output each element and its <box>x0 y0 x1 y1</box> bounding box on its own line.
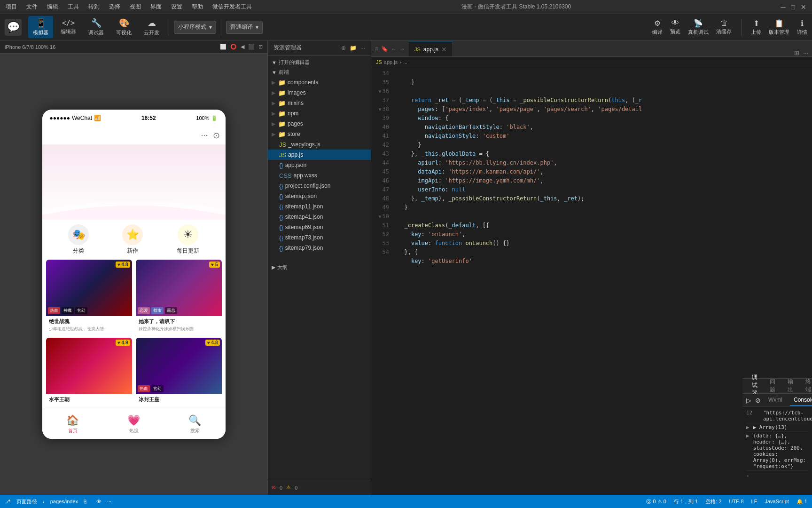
expand-icon-2[interactable]: ▶ <box>746 424 750 430</box>
more-status-icon[interactable]: ··· <box>107 499 111 504</box>
category-fenglei[interactable]: 🎭 分类 <box>68 224 89 255</box>
tab-back-icon[interactable]: ← <box>391 46 397 52</box>
menu-goto[interactable]: 转到 <box>88 3 100 11</box>
version-icon: 📋 <box>774 19 784 28</box>
menu-select[interactable]: 选择 <box>109 3 120 11</box>
preview-action[interactable]: 👁 预览 <box>670 19 680 35</box>
simulator-icon-2[interactable]: ⭕ <box>230 44 237 50</box>
file-sitemap79[interactable]: {} sitemap79.json <box>268 243 371 253</box>
version-action[interactable]: 📋 版本管理 <box>769 19 789 36</box>
root-section[interactable]: ▼ 前端 <box>268 67 371 77</box>
manga-card-2[interactable]: ♥ 5 恋爱 都市 霸总 她来了，请趴下 妹控杀神化身妹妹横扫娱乐圈 <box>136 260 222 334</box>
app-nav-icons[interactable]: ··· ⊙ <box>201 130 219 141</box>
folder-pages[interactable]: ▶ 📁 pages <box>268 119 371 129</box>
file-sitemap41[interactable]: {} sitemap41.json <box>268 212 371 222</box>
simulator-icon-1[interactable]: ⬜ <box>220 44 226 50</box>
devtools-panel: 调试器 问题 输出 终端 ⌃ ✕ ▷ ⊘ Wxml Console Source… <box>742 378 812 482</box>
file-appwxss[interactable]: CSS app.wxss <box>268 170 371 181</box>
file-sitemap11[interactable]: {} sitemap11.json <box>268 201 371 212</box>
notification-icon[interactable]: 🔔 1 <box>796 499 807 505</box>
manga-card-4[interactable]: ♥ 4.8 热血 玄幻 冰封王座 <box>136 338 222 405</box>
menu-dots-icon[interactable]: ··· <box>201 130 208 141</box>
window-controls[interactable]: ─ □ ✕ <box>781 3 806 11</box>
folder-npm[interactable]: ▶ 📁 npm <box>268 108 371 119</box>
folder-images[interactable]: ▶ 📁 images <box>268 87 371 98</box>
file-projectconfig[interactable]: {} project.config.json <box>268 181 371 191</box>
menu-edit[interactable]: 编辑 <box>47 3 58 11</box>
devtools-tab-output[interactable]: 输出 <box>782 376 799 397</box>
category-xinzuo[interactable]: ⭐ 新作 <box>122 224 143 255</box>
details-action[interactable]: ℹ 详情 <box>797 19 807 36</box>
toolbar-editor-btn[interactable]: </> 编辑器 <box>56 17 81 37</box>
tab-close-icon[interactable]: ✕ <box>441 46 447 53</box>
more-editor-icon[interactable]: ··· <box>803 49 808 56</box>
menu-wechat-devtools[interactable]: 微信开发者工具 <box>212 3 252 11</box>
record-icon[interactable]: ⊙ <box>213 130 220 141</box>
open-editors-section[interactable]: ▼ 打开的编辑器 <box>268 57 371 67</box>
console-clear-icon[interactable]: ⊘ <box>755 397 761 404</box>
file-sitemap69[interactable]: {} sitemap69.json <box>268 222 371 232</box>
menu-file[interactable]: 文件 <box>26 3 38 11</box>
manga-card-1[interactable]: ♥ 4.8 热血 神魔 玄幻 绝世战魂 少年组造绝世战魂，苍岚大陆... <box>46 260 132 334</box>
menu-help[interactable]: 帮助 <box>192 3 203 11</box>
category-meiri[interactable]: ☀ 每日更新 <box>177 224 199 255</box>
nav-search[interactable]: 🔍 搜索 <box>188 414 201 434</box>
tab-forward-icon[interactable]: → <box>399 46 405 52</box>
file-sitemap73[interactable]: {} sitemap73.json <box>268 232 371 243</box>
simulator-panel: iPhone 6/7/8 100% 16 ⬜ ⭕ ◀ ⬛ ⊡ ●●●●●● We… <box>0 40 268 495</box>
devtools-tab-issues[interactable]: 问题 <box>764 376 781 397</box>
maximize-button[interactable]: □ <box>791 3 795 11</box>
minimize-button[interactable]: ─ <box>781 3 786 11</box>
copy-icon[interactable]: ⎘ <box>84 499 87 504</box>
close-button[interactable]: ✕ <box>801 3 806 11</box>
tab-bookmark-icon[interactable]: 🔖 <box>381 46 388 52</box>
tab-appjs[interactable]: JS app.js ✕ <box>409 41 453 56</box>
simulator-icon-4[interactable]: ⬛ <box>248 44 255 50</box>
upload-action[interactable]: ⬆ 上传 <box>751 19 761 36</box>
file-label-projectconfig: project.config.json <box>285 183 331 189</box>
compile-action[interactable]: ⚙ 编译 <box>652 19 663 36</box>
more-icon[interactable]: ··· <box>360 45 365 51</box>
console-sub-tab-wxml[interactable]: Wxml <box>765 395 786 406</box>
nav-home[interactable]: 🏠 首页 <box>66 414 79 434</box>
menu-project[interactable]: 项目 <box>6 3 17 11</box>
console-execute-icon[interactable]: ▷ <box>746 397 751 404</box>
file-sitemap[interactable]: {} sitemap.json <box>268 191 371 201</box>
folder-components[interactable]: ▶ 📁 components <box>268 77 371 87</box>
console-input-line: › <box>746 471 808 481</box>
folder-mixins[interactable]: ▶ 📁 mixins <box>268 98 371 108</box>
eye-status-icon[interactable]: 👁 <box>96 499 102 504</box>
menu-tools[interactable]: 工具 <box>68 3 79 11</box>
console-sub-tab-console[interactable]: Console <box>790 395 812 406</box>
outline-section[interactable]: ▶ 大纲 <box>268 262 371 272</box>
folder-store[interactable]: ▶ 📁 store <box>268 129 371 139</box>
clear-cache-action[interactable]: 🗑 清缓存 <box>716 19 732 35</box>
toolbar-cloud-btn[interactable]: ☁ 云开发 <box>139 16 164 38</box>
file-appjson[interactable]: {} app.json <box>268 160 371 170</box>
split-editor-icon[interactable]: ⊞ <box>794 49 799 56</box>
new-file-icon[interactable]: ⊕ <box>341 45 346 51</box>
toolbar-visual-btn[interactable]: 🎨 可视化 <box>111 16 136 38</box>
compile-dropdown[interactable]: 普通编译 ▾ <box>226 21 263 34</box>
file-appjs[interactable]: JS app.js <box>268 150 371 160</box>
menu-bar[interactable]: 项目 文件 编辑 工具 转到 选择 视图 界面 设置 帮助 微信开发者工具 <box>6 3 252 11</box>
new-folder-icon[interactable]: 📁 <box>350 45 357 51</box>
console-input[interactable] <box>751 473 812 479</box>
expand-icon-3[interactable]: ▶ <box>746 433 750 469</box>
file-wepylogs[interactable]: JS _wepylogs.js <box>268 139 371 150</box>
devtools-tab-terminal[interactable]: 终端 <box>800 376 812 397</box>
nav-hot[interactable]: 💗 热搜 <box>127 414 140 434</box>
console-prompt: › <box>746 473 750 479</box>
menu-settings[interactable]: 设置 <box>171 3 182 11</box>
simulator-icon-5[interactable]: ⊡ <box>258 44 263 50</box>
toolbar-simulator-btn[interactable]: 📱 模拟器 <box>28 16 53 38</box>
simulator-icon-3[interactable]: ◀ <box>241 44 244 50</box>
toolbar-debugger-btn[interactable]: 🔧 调试器 <box>84 16 109 38</box>
mode-dropdown[interactable]: 小程序模式 ▾ <box>174 21 216 34</box>
menu-view[interactable]: 视图 <box>130 3 141 11</box>
manga-card-3[interactable]: ♥ 4.9 水平王朝 <box>46 338 132 405</box>
file-panel-icons[interactable]: ⊕ 📁 ··· <box>341 45 365 51</box>
real-machine-action[interactable]: 📡 真机调试 <box>688 19 709 36</box>
menu-interface[interactable]: 界面 <box>150 3 162 11</box>
tab-icon-left[interactable]: ≡ <box>375 46 378 52</box>
